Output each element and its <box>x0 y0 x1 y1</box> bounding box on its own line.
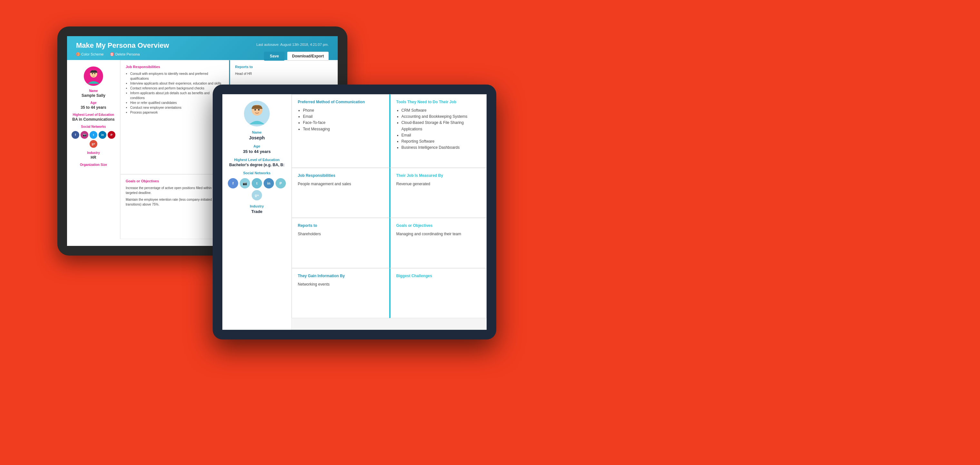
joseph-age-value: 35 to 44 years <box>228 149 286 154</box>
reports-to-title: Reports to <box>298 223 383 228</box>
tablet-small: Name Joseph Age 35 to 44 years Highest L… <box>213 85 496 339</box>
job-resp-title: Job Responsibilities <box>298 173 383 178</box>
job-resp-value: People management and sales <box>298 181 383 187</box>
list-item: Cloud-Based Storage & File Sharing Appli… <box>401 120 481 132</box>
joseph-social-networks: f 📷 t in P g+ <box>228 178 286 200</box>
svg-point-7 <box>258 109 259 110</box>
joseph-name-label: Name <box>228 130 286 134</box>
tools-list: CRM Software Accounting and Bookkeeping … <box>396 107 481 151</box>
delete-persona-button[interactable]: 🗑 Delete Persona <box>110 52 140 56</box>
gain-info-value: Networking events <box>298 281 383 288</box>
facebook-icon[interactable]: f <box>228 178 238 189</box>
autosave-text: Last autosave: August 13th 2018, 4:21:07… <box>256 43 329 46</box>
reports-to-value: Head of HR <box>235 71 332 76</box>
tools-title: Tools They Need to Do Their Job <box>396 100 481 104</box>
joseph-social-label: Social Networks <box>228 171 286 175</box>
reports-to-card: Reports to Shareholders <box>292 218 389 268</box>
preferred-communication-card: Preferred Method of Communication Phone … <box>292 94 389 168</box>
tablet-small-screen: Name Joseph Age 35 to 44 years Highest L… <box>222 94 487 330</box>
list-item: Email <box>401 132 481 139</box>
list-item: Email <box>303 113 383 120</box>
color-scheme-icon: 🎨 <box>76 52 80 56</box>
goals-title: Goals or Objectives <box>396 223 481 228</box>
name-value: Sample Sally <box>72 93 115 98</box>
persona-avatar <box>84 67 103 86</box>
measured-by-card: Their Job Is Measured By Revenue generat… <box>389 168 487 218</box>
svg-point-6 <box>254 109 256 110</box>
pref-comm-list: Phone Email Face-To-face Text Messaging <box>298 107 383 132</box>
social-label: Social Networks <box>72 125 115 128</box>
list-item: Process paperwork <box>130 110 224 115</box>
header-actions: Save Download/Export <box>264 52 329 61</box>
joseph-name-value: Joseph <box>228 135 286 141</box>
job-resp-list: Consult with employers to identify needs… <box>126 71 224 115</box>
measured-by-value: Revenue generated <box>396 181 481 187</box>
instagram-icon[interactable]: 📷 <box>240 178 250 189</box>
joseph-industry-value: Trade <box>228 209 286 214</box>
joseph-age-label: Age <box>228 144 286 148</box>
joseph-industry-label: Industry <box>228 204 286 208</box>
age-label: Age <box>72 101 115 105</box>
goals-text1: Increase the percentage of active open p… <box>126 185 224 195</box>
list-item: Contact references and perform backgroun… <box>130 86 224 91</box>
biggest-challenges-title: Biggest Challenges <box>396 274 481 278</box>
list-item: Text Messaging <box>303 126 383 132</box>
education-value: BA in Communications <box>72 117 115 121</box>
facebook-icon[interactable]: f <box>72 131 79 139</box>
list-item: CRM Software <box>401 107 481 113</box>
linkedin-icon[interactable]: in <box>264 178 274 189</box>
linkedin-icon[interactable]: in <box>99 131 107 139</box>
download-export-button[interactable]: Download/Export <box>287 52 329 61</box>
measured-by-title: Their Job Is Measured By <box>396 173 481 178</box>
age-value: 35 to 44 years <box>72 105 115 110</box>
reports-to-value: Shareholders <box>298 231 383 237</box>
svg-point-2 <box>92 73 93 74</box>
joseph-education-label: Highest Level of Education <box>228 158 286 162</box>
tablet-large-header: Make My Persona Overview Last autosave: … <box>67 36 338 60</box>
goals-value: Managing and coordinating their team <box>396 231 481 237</box>
pref-comm-title: Preferred Method of Communication <box>298 100 383 104</box>
svg-point-3 <box>94 73 95 74</box>
list-item: Reporting Software <box>401 139 481 145</box>
industry-label: Industry <box>72 151 115 155</box>
gain-info-title: They Gain Information By <box>298 274 383 278</box>
biggest-challenges-card: Biggest Challenges <box>389 268 487 318</box>
job-resp-card: Job Responsibilities People management a… <box>292 168 389 218</box>
pinterest-icon[interactable]: P <box>275 178 286 189</box>
list-item: Inform applicants about job details such… <box>130 91 224 101</box>
joseph-avatar <box>244 101 270 126</box>
gain-info-card: They Gain Information By Networking even… <box>292 268 389 318</box>
goals-title: Goals or Objectives <box>126 179 224 183</box>
twitter-icon[interactable]: t <box>252 178 262 189</box>
reports-to-title: Reports to <box>235 65 332 69</box>
joseph-education-value: Bachelor's degree (e.g. BA, B: <box>228 163 286 167</box>
list-item: Interview applicants about their experie… <box>130 81 224 86</box>
color-scheme-button[interactable]: 🎨 Color Scheme <box>76 52 104 56</box>
google-plus-icon[interactable]: g+ <box>252 190 262 200</box>
industry-value: HR <box>72 155 115 160</box>
list-item: Hire or refer qualified candidates <box>130 101 224 105</box>
save-button[interactable]: Save <box>264 52 285 61</box>
org-size-label: Organization Size <box>72 163 115 166</box>
goals-card: Goals or Objectives Managing and coordin… <box>389 218 487 268</box>
persona-sidebar: Name Sample Sally Age 35 to 44 years Hig… <box>67 60 120 239</box>
list-item: Face-To-face <box>303 120 383 126</box>
list-item: Business Intelligence Dashboards <box>401 145 481 151</box>
instagram-icon[interactable]: 📷 <box>81 131 88 139</box>
job-resp-title: Job Responsibilities <box>126 65 224 69</box>
joseph-panel: Name Joseph Age 35 to 44 years Highest L… <box>222 94 292 330</box>
twitter-icon[interactable]: t <box>89 131 97 139</box>
education-label: Highest Level of Education <box>72 113 115 117</box>
goals-text2: Maintain the employee retention rate (le… <box>126 197 224 207</box>
cards-grid: Preferred Method of Communication Phone … <box>292 94 487 330</box>
name-label: Name <box>72 89 115 93</box>
pinterest-icon[interactable]: P <box>108 131 115 139</box>
list-item: Conduct new employee orientations <box>130 105 224 110</box>
tools-card: Tools They Need to Do Their Job CRM Soft… <box>389 94 487 168</box>
list-item: Accounting and Bookkeeping Systems <box>401 113 481 120</box>
trash-icon: 🗑 <box>110 52 114 56</box>
list-item: Consult with employers to identify needs… <box>130 71 224 81</box>
list-item: Phone <box>303 107 383 113</box>
social-networks: f 📷 t in P g+ <box>72 131 115 148</box>
google-plus-icon[interactable]: g+ <box>89 140 97 148</box>
